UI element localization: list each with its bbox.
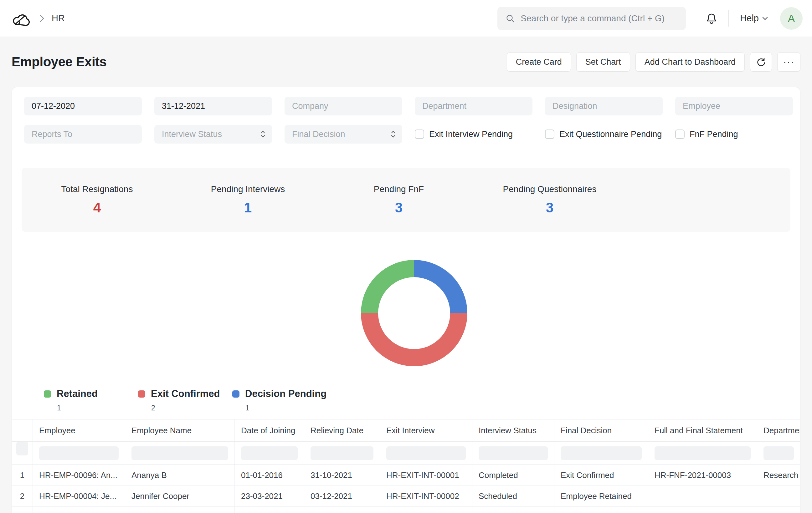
col-fnf-statement[interactable]: Full and Final Statement [648, 420, 757, 441]
designation-input[interactable] [545, 97, 663, 115]
col-rownum [12, 420, 33, 441]
table-row[interactable]: 1 HR-EMP-00096: An... Ananya B 01-01-201… [12, 465, 800, 486]
user-avatar[interactable]: A [780, 7, 803, 30]
col-exit-interview[interactable]: Exit Interview [380, 420, 472, 441]
employee-input[interactable] [675, 97, 793, 115]
breadcrumb[interactable]: HR [52, 13, 65, 24]
page-title: Employee Exits [11, 54, 107, 69]
department-input[interactable] [415, 97, 532, 115]
page-actions: Create Card Set Chart Add Chart to Dashb… [507, 52, 801, 72]
more-menu-button[interactable]: ··· [777, 52, 801, 72]
employee-name-filter-input[interactable] [132, 446, 228, 460]
legend-swatch [232, 390, 239, 398]
col-final-decision[interactable]: Final Decision [554, 420, 648, 441]
exit-questionnaire-pending-checkbox[interactable] [545, 129, 554, 139]
legend-item-exit-confirmed[interactable]: Exit Confirmed 2 [138, 388, 232, 412]
date-of-joining-filter-input[interactable] [241, 446, 298, 460]
interview-status-filter-input[interactable] [478, 446, 548, 460]
select-chevrons-icon [260, 129, 266, 139]
reports-to-input[interactable] [24, 125, 142, 144]
set-chart-button[interactable]: Set Chart [576, 52, 630, 72]
col-interview-status[interactable]: Interview Status [472, 420, 554, 441]
page-header: Employee Exits Create Card Set Chart Add… [11, 37, 801, 87]
legend-item-retained[interactable]: Retained 1 [44, 388, 138, 412]
chart-area [12, 260, 800, 366]
col-department[interactable]: Department [757, 420, 800, 441]
final-decision-select[interactable]: Final Decision [285, 125, 402, 144]
stat-pending-interviews: Pending Interviews 1 [172, 184, 323, 215]
refresh-button[interactable] [750, 52, 772, 72]
create-card-button[interactable]: Create Card [507, 52, 571, 72]
fnf-pending-field: FnF Pending [675, 125, 793, 144]
table-filter-row [12, 442, 800, 465]
fnf-statement-filter-input[interactable] [655, 446, 751, 460]
exits-table: Employee Employee Name Date of Joining R… [12, 419, 800, 513]
department-filter-input[interactable] [763, 446, 794, 460]
chevron-right-icon [39, 14, 45, 23]
chart-legend: Retained 1 Exit Confirmed 2 Decision Pen… [44, 388, 800, 412]
donut-chart[interactable] [361, 260, 467, 366]
legend-swatch [44, 390, 51, 398]
table-row[interactable]: 3 HR-EMP-00097: Te... Test Emp 18-02-201… [12, 507, 800, 513]
navbar: HR Help A [0, 0, 812, 37]
exit-interview-pending-checkbox[interactable] [415, 129, 424, 139]
to-date-input[interactable] [154, 97, 272, 115]
select-chevrons-icon [390, 129, 396, 139]
dashboard-card: Interview Status Final Decision Exit Int… [11, 87, 801, 513]
search-icon [505, 14, 515, 23]
from-date-input[interactable] [24, 97, 142, 115]
col-date-of-joining[interactable]: Date of Joining [234, 420, 304, 441]
employee-filter-input[interactable] [39, 446, 119, 460]
help-menu[interactable]: Help [740, 13, 768, 24]
refresh-icon [756, 57, 766, 67]
col-employee[interactable]: Employee [33, 420, 125, 441]
final-decision-filter-input[interactable] [561, 446, 642, 460]
number-cards: Total Resignations 4 Pending Interviews … [22, 168, 790, 232]
filter-section: Interview Status Final Decision Exit Int… [12, 87, 800, 155]
exit-interview-pending-field: Exit Interview Pending [415, 125, 532, 144]
chevron-down-icon [762, 16, 768, 21]
add-chart-to-dashboard-button[interactable]: Add Chart to Dashboard [635, 52, 745, 72]
navbar-divider [728, 10, 729, 27]
notifications-bell-icon[interactable] [706, 12, 717, 24]
col-relieving-date[interactable]: Relieving Date [304, 420, 380, 441]
stat-pending-fnf: Pending FnF 3 [323, 184, 474, 215]
stat-total-resignations: Total Resignations 4 [22, 184, 172, 215]
app-logo-icon[interactable] [11, 10, 30, 27]
search-input[interactable] [521, 13, 678, 24]
col-employee-name[interactable]: Employee Name [125, 420, 234, 441]
company-input[interactable] [285, 97, 402, 115]
relieving-date-filter-input[interactable] [311, 446, 373, 460]
table-row[interactable]: 2 HR-EMP-00004: Je... Jennifer Cooper 23… [12, 486, 800, 507]
legend-swatch [138, 390, 145, 398]
fnf-pending-checkbox[interactable] [675, 129, 685, 139]
interview-status-select[interactable]: Interview Status [154, 125, 272, 144]
global-search[interactable] [497, 7, 686, 30]
stat-pending-questionnaires: Pending Questionnaires 3 [474, 184, 625, 215]
exit-questionnaire-pending-field: Exit Questionnaire Pending [545, 125, 663, 144]
help-label: Help [740, 13, 759, 24]
table-header-row: Employee Employee Name Date of Joining R… [12, 420, 800, 442]
exit-interview-filter-input[interactable] [386, 446, 466, 460]
legend-item-decision-pending[interactable]: Decision Pending 1 [232, 388, 326, 412]
rownum-filter-input[interactable] [16, 442, 28, 455]
